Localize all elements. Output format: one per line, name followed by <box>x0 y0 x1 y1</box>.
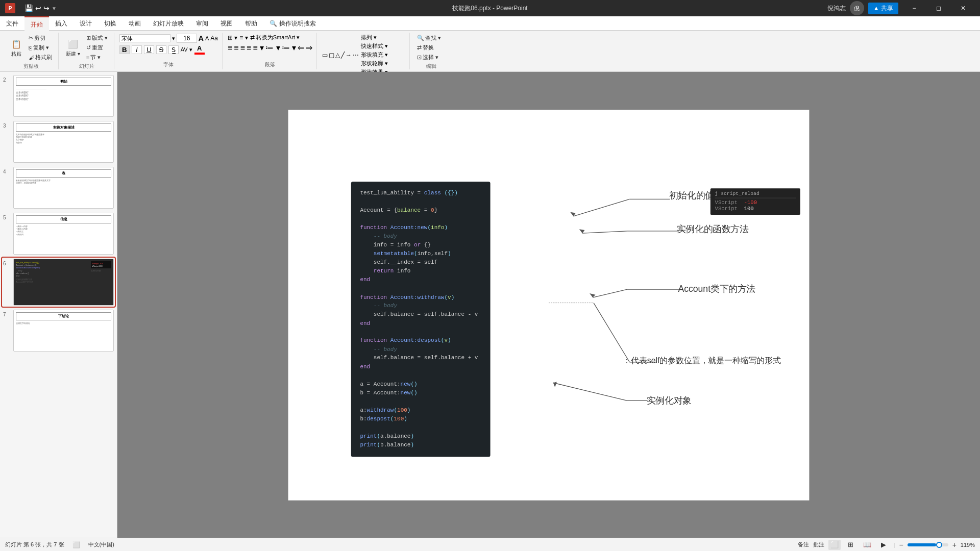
comments-button[interactable]: 批注 <box>813 541 824 548</box>
tab-review[interactable]: 审阅 <box>190 16 214 31</box>
slide-canvas[interactable]: test_lua_ability = class ({}) Account = … <box>117 72 980 538</box>
normal-view-button[interactable]: ⬜ <box>828 540 841 550</box>
align-right-button[interactable]: ≡ <box>240 43 245 53</box>
notes-button[interactable]: 备注 <box>798 541 809 548</box>
undo-icon[interactable]: ↩ <box>35 4 41 12</box>
shadow-button[interactable]: S̲ <box>168 45 179 54</box>
shape-more[interactable]: ⋯ <box>353 52 359 59</box>
select-icon: ⊡ <box>417 54 422 61</box>
svg-marker-4 <box>579 229 585 233</box>
window-controls: − ◻ ✕ <box>902 0 975 16</box>
font-size-down-icon[interactable]: A <box>205 35 209 41</box>
select-button[interactable]: ⊡选择 ▾ <box>415 53 440 62</box>
code-line-23: a = Account:new() <box>360 380 481 389</box>
minimize-button[interactable]: − <box>902 0 926 16</box>
align-left-button[interactable]: ≡ <box>228 43 232 53</box>
shape-triangle[interactable]: △ <box>335 52 340 59</box>
zoom-in-button[interactable]: + <box>952 541 957 549</box>
strikethrough-button[interactable]: S <box>156 45 166 54</box>
annotation-instantiate-obj: 实例化对象 <box>647 394 692 407</box>
italic-button[interactable]: I <box>132 45 142 54</box>
find-icon: 🔍 <box>417 35 424 41</box>
group-edit: 🔍查找 ▾ ⇄替换 ⊡选择 ▾ 编辑 <box>411 33 452 69</box>
slide-sorter-button[interactable]: ⊞ <box>845 540 857 550</box>
reset-button[interactable]: ↺重置 <box>84 43 110 52</box>
annotation-account-method: Account类下的方法 <box>678 283 755 295</box>
code-line-15: self.balance = self.balance - v <box>360 310 481 319</box>
replace-button[interactable]: ⇄替换 <box>415 43 436 52</box>
code-line-18: function Account:despost(v) <box>360 336 481 345</box>
svg-marker-7 <box>590 293 595 297</box>
smartart-button[interactable]: ⇄ 转换为SmartArt ▾ <box>250 34 300 41</box>
columns-button[interactable]: ≡ ▾ <box>239 34 248 41</box>
slide-thumb-4[interactable]: 4 表 长长的说明文字内容这里显示更多文字说明行，内容内容更多 <box>2 166 115 210</box>
shape-rounded[interactable]: ▢ <box>329 52 334 59</box>
customize-icon[interactable]: ▼ <box>52 6 57 11</box>
tab-insert[interactable]: 插入 <box>49 16 74 31</box>
font-family-input[interactable] <box>119 34 170 42</box>
shape-square[interactable]: ▭ <box>322 52 328 59</box>
format-painter-button[interactable]: 🖌格式刷 <box>27 53 54 62</box>
tab-animations[interactable]: 动画 <box>122 16 147 31</box>
code-line-7: info = info or {} <box>360 241 481 249</box>
slide-thumb-7[interactable]: 7 下结论 说明文字内容行 <box>2 309 115 353</box>
indent-more-button[interactable]: ⇒ <box>306 43 312 53</box>
paste-button[interactable]: 📋 粘贴 <box>8 37 24 59</box>
reset-icon: ↺ <box>86 44 91 51</box>
justify-button[interactable]: ≡ <box>247 43 251 53</box>
bold-button[interactable]: B <box>119 45 130 54</box>
save-icon[interactable]: 💾 <box>24 4 33 12</box>
tab-home[interactable]: 开始 <box>24 16 49 31</box>
quick-styles-button[interactable]: 快速样式 ▾ <box>361 42 388 50</box>
font-size-up-icon[interactable]: A <box>199 34 204 42</box>
align-center-button[interactable]: ≡ <box>234 43 238 53</box>
section-button[interactable]: ≡节 ▾ <box>84 53 110 62</box>
tab-help[interactable]: 帮助 <box>239 16 263 31</box>
copy-button[interactable]: ⎘复制 ▾ <box>27 43 54 52</box>
tab-search[interactable]: 🔍操作说明搜索 <box>263 16 322 31</box>
layout-button[interactable]: ⊞版式 ▾ <box>84 34 110 42</box>
slide-thumb-2[interactable]: 2 初始 ————————————文本内容行文本内容行文本内容行 <box>2 74 115 118</box>
redo-icon[interactable]: ↪ <box>43 4 50 12</box>
restore-button[interactable]: ◻ <box>927 0 950 16</box>
copy-icon: ⎘ <box>29 45 32 51</box>
tab-design[interactable]: 设计 <box>74 16 98 31</box>
tab-transitions[interactable]: 切换 <box>98 16 122 31</box>
numbering-button[interactable]: ≔ ▾ <box>282 43 296 53</box>
new-slide-button[interactable]: ⬜ 新建 ▾ <box>64 37 82 59</box>
clear-format-icon[interactable]: Aa <box>210 35 218 42</box>
zoom-handle[interactable] <box>936 542 942 548</box>
char-spacing-button[interactable]: AV ▾ <box>181 46 192 53</box>
code-line-14: -- body <box>360 302 481 310</box>
shape-outline-button[interactable]: 形状轮廓 ▾ <box>361 60 388 67</box>
arrange-button[interactable]: 排列 ▾ <box>361 34 388 41</box>
indent-less-button[interactable]: ⇐ <box>298 43 304 53</box>
tab-file[interactable]: 文件 <box>0 16 24 31</box>
find-button[interactable]: 🔍查找 ▾ <box>415 34 443 42</box>
font-size-input[interactable] <box>177 34 197 43</box>
slideshow-button[interactable]: ▶ <box>877 540 890 550</box>
reading-view-button[interactable]: 📖 <box>861 540 873 550</box>
tab-view[interactable]: 视图 <box>214 16 239 31</box>
cut-button[interactable]: ✂剪切 <box>27 34 54 42</box>
shape-arrow[interactable]: → <box>346 52 352 59</box>
shape-fill-button[interactable]: 形状填充 ▾ <box>361 51 388 59</box>
line-spacing-button[interactable]: ≡ ▾ <box>253 43 264 53</box>
font-size-label: ▾ <box>172 35 175 42</box>
slide-thumb-3[interactable]: 3 实例对象描述 文本内容更多说明文字这里显示内容行内容行内容文字更多内容行 <box>2 120 115 164</box>
accessibility-icon: ⬜ <box>72 541 80 548</box>
text-dir-button[interactable]: ⊞ ▾ <box>228 34 237 41</box>
underline-button[interactable]: U <box>144 45 154 54</box>
bullets-button[interactable]: ≔ ▾ <box>265 43 280 53</box>
output-title: j script_reload <box>715 191 796 198</box>
font-color-button[interactable]: A <box>197 44 202 52</box>
zoom-out-button[interactable]: − <box>899 541 903 549</box>
tab-slideshow[interactable]: 幻灯片放映 <box>147 16 190 31</box>
close-button[interactable]: ✕ <box>951 0 975 16</box>
slide-thumb-5[interactable]: 5 信息 • 条目一内容• 条目二内容• 条目三• 条目四 <box>2 212 115 256</box>
share-button[interactable]: ▲ 共享 <box>868 3 898 14</box>
slide-thumb-6[interactable]: 6 test_lua_ability = class({}) Account =… <box>2 258 115 307</box>
drawing-buttons: ▭ ▢ △ ╱ → ⋯ 排列 ▾ 快速样式 ▾ 形状填充 ▾ 形状轮廓 ▾ 形状… <box>322 34 405 76</box>
shape-line[interactable]: ╱ <box>341 52 345 59</box>
zoom-slider[interactable] <box>908 543 948 546</box>
